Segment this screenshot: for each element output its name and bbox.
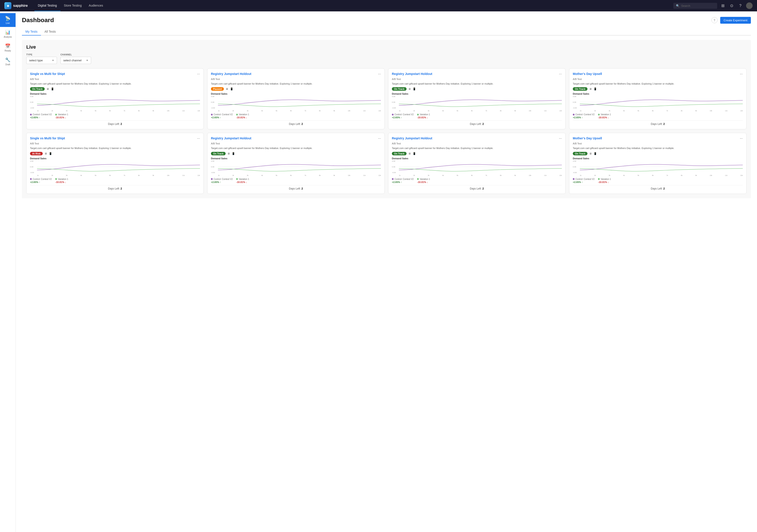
card-menu-button[interactable]: ··· — [559, 72, 562, 76]
legend-dot — [598, 178, 600, 180]
help-button[interactable]: ? — [712, 17, 717, 23]
days-left-value: 2 — [120, 187, 122, 190]
legend-label-row: Control: Context V2 — [392, 113, 413, 116]
create-experiment-button[interactable]: Create Experiment — [720, 17, 751, 24]
legend-name: Control: Context V2 — [575, 113, 594, 116]
card-title[interactable]: Mother's Day Upsell — [573, 137, 740, 140]
legend-name: Variation 1 — [420, 113, 430, 116]
legend-item: Control: Context V2 +2.65% — [392, 113, 413, 119]
days-left-value: 2 — [482, 187, 484, 190]
nav-links: Digital Testing Store Testing Audiences — [34, 0, 107, 11]
chart-label: Demand Sales — [211, 92, 381, 95]
legend-item: Control: Context V2 +2.65% — [30, 113, 52, 119]
card-menu-button[interactable]: ··· — [378, 137, 381, 141]
card-menu-button[interactable]: ··· — [197, 72, 200, 76]
y-label: 0.00 — [573, 101, 579, 103]
card-desc: Target.com cart giftcard upsell banner f… — [30, 146, 200, 150]
channel-filter-group: CHANNEL select channel ▼ — [60, 53, 91, 64]
type-filter-select[interactable]: select type ▼ — [26, 57, 57, 64]
card-title[interactable]: Registry Jumpstart Holdout — [392, 137, 559, 140]
y-label: 4.00 — [392, 160, 398, 162]
nav-link-store-testing[interactable]: Store Testing — [60, 0, 85, 11]
y-axis: 4.000.00-4.00 — [30, 96, 36, 111]
y-axis: 4.000.00-4.00 — [392, 96, 398, 111]
card-title[interactable]: Single vs Multi for Shipt — [30, 72, 197, 76]
days-left: Days Left: 2 — [392, 185, 562, 190]
tab-all-tests[interactable]: All Tests — [41, 28, 59, 36]
channel-select-input[interactable]: select channel — [63, 59, 84, 62]
chart-svg-container: 1k2k3k4k5k6k7k8k9k10k11k12k — [580, 96, 743, 111]
chart-area: Demand Sales 4.000.00-4.00 1k2k3k4k5k6k7… — [573, 92, 743, 111]
nav-search-area: 🔍 ⊞ ⊙ ? — [673, 2, 753, 9]
logo-text: sapphire — [13, 4, 28, 8]
cards-grid: Single vs Multi for Shipt ··· A/B Test T… — [26, 68, 746, 194]
card-status-row: On Track 🖥 📱 — [392, 152, 562, 155]
card-menu-button[interactable]: ··· — [378, 72, 381, 76]
card-desc: Target.com cart giftcard upsell banner f… — [30, 82, 200, 85]
grid-icon[interactable]: ⊞ — [720, 3, 726, 9]
legend-label-row: Variation 1 — [55, 178, 68, 180]
card-title[interactable]: Single vs Multi for Shipt — [30, 137, 197, 140]
legend-dot — [392, 114, 394, 115]
legend-item: Control: Context V2 +2.65% — [211, 178, 233, 183]
search-box[interactable]: 🔍 — [673, 3, 717, 9]
y-label: 0.00 — [30, 166, 36, 168]
tab-my-tests[interactable]: My Tests — [22, 28, 41, 36]
sidebar-item-draft[interactable]: 🔧 Draft — [0, 54, 15, 68]
type-filter-label: TYPE — [26, 53, 57, 56]
desktop-icon: 🖥 — [408, 87, 411, 90]
chart-label: Demand Sales — [30, 92, 200, 95]
type-select-input[interactable]: select type — [29, 59, 50, 62]
card-title[interactable]: Registry Jumpstart Holdout — [211, 72, 378, 76]
legend: Control: Context V2 +2.65% Variation 1 -… — [30, 113, 200, 119]
card-title[interactable]: Mother's Day Upsell — [573, 72, 740, 76]
legend: Control: Context V2 +2.65% Variation 1 -… — [392, 178, 562, 183]
days-left-value: 2 — [482, 122, 484, 126]
legend-name: Variation 1 — [420, 178, 430, 180]
card-title[interactable]: Registry Jumpstart Holdout — [211, 137, 378, 140]
card-menu-button[interactable]: ··· — [559, 137, 562, 141]
legend: Control: Context V2 +2.65% Variation 1 -… — [573, 178, 743, 183]
legend-name: Control: Context V2 — [214, 113, 233, 116]
live-icon: 📡 — [5, 16, 11, 21]
y-label: 0.00 — [211, 101, 217, 103]
legend-label-row: Control: Context V2 — [30, 178, 52, 180]
logo[interactable]: ◈ sapphire — [4, 2, 28, 9]
card-desc: Target.com cart giftcard upsell banner f… — [573, 146, 743, 150]
legend-dot — [30, 178, 32, 180]
y-axis: 4.000.00-4.00 — [211, 96, 217, 111]
user-avatar[interactable] — [746, 2, 753, 9]
search-input[interactable] — [681, 4, 714, 8]
days-left: Days Left: 2 — [30, 185, 200, 190]
card-menu-button[interactable]: ··· — [740, 72, 743, 76]
card-menu-button[interactable]: ··· — [740, 137, 743, 141]
legend-value: +2.65% — [211, 116, 233, 119]
y-label: 0.00 — [30, 101, 36, 103]
sidebar-item-analysis[interactable]: 📊 Analysis — [0, 27, 15, 41]
legend-item: Variation 1 -10.01% — [417, 178, 430, 183]
legend-item: Control: Context V2 +2.65% — [573, 113, 594, 119]
sidebar-item-live[interactable]: 📡 Live — [0, 13, 15, 27]
legend-label-row: Control: Context V2 — [30, 113, 52, 116]
mobile-icon: 📱 — [230, 87, 233, 90]
card-type: A/B Test — [392, 78, 562, 80]
y-label: -4.00 — [211, 172, 217, 173]
chart-wrapper: 4.000.00-4.00 1k2k3k4k5k6k7k8k9k10k11k12… — [392, 96, 562, 111]
card-title[interactable]: Registry Jumpstart Holdout — [392, 72, 559, 76]
test-card: Registry Jumpstart Holdout ··· A/B Test … — [388, 68, 565, 129]
nav-link-digital-testing[interactable]: Digital Testing — [34, 0, 60, 11]
nav-link-audiences[interactable]: Audiences — [85, 0, 106, 11]
chart-wrapper: 4.000.00-4.00 1k2k3k4k5k6k7k8k9k10k11k12… — [30, 96, 200, 111]
github-icon[interactable]: ⊙ — [729, 3, 735, 9]
help-icon[interactable]: ? — [737, 3, 743, 9]
legend-value: +2.65% — [573, 116, 594, 119]
days-left: Days Left: 2 — [211, 120, 381, 126]
channel-chevron-icon: ▼ — [86, 59, 88, 62]
desktop-icon: 🖥 — [589, 87, 592, 90]
legend-value: +2.65% — [392, 116, 413, 119]
sidebar-item-ready[interactable]: 📅 Ready — [0, 41, 15, 54]
sidebar-label-ready: Ready — [5, 49, 11, 52]
channel-filter-select[interactable]: select channel ▼ — [60, 57, 91, 64]
status-badge: On Track — [573, 152, 588, 155]
card-menu-button[interactable]: ··· — [197, 137, 200, 141]
